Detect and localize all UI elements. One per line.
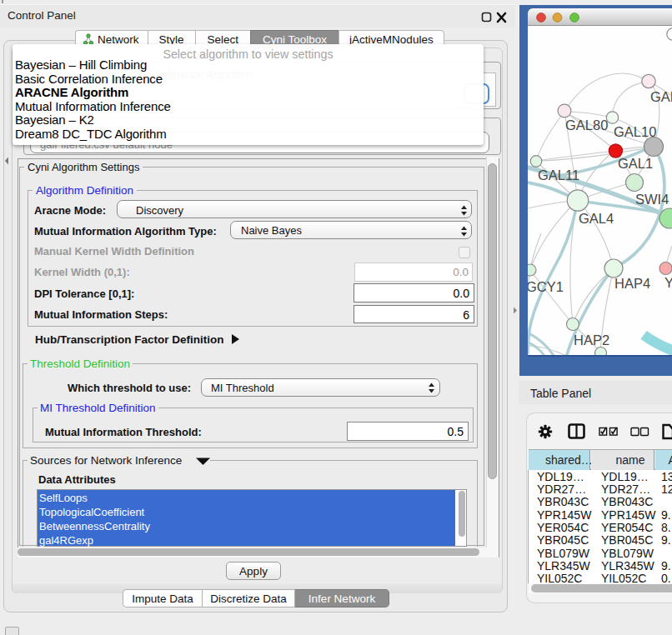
svg-text:GAL11: GAL11 bbox=[538, 168, 579, 182]
svg-text:GAL4: GAL4 bbox=[579, 211, 614, 226]
svg-text:GAL10: GAL10 bbox=[614, 124, 656, 139]
svg-text:GAL: GAL bbox=[650, 89, 672, 104]
svg-text:GCY1: GCY1 bbox=[528, 279, 564, 294]
svg-text:GAL1: GAL1 bbox=[618, 156, 653, 171]
svg-text:HAP2: HAP2 bbox=[574, 332, 609, 348]
svg-text:Y: Y bbox=[664, 275, 672, 290]
svg-text:SWI4: SWI4 bbox=[635, 192, 669, 207]
svg-text:HAP4: HAP4 bbox=[614, 276, 650, 291]
svg-text:GAL80: GAL80 bbox=[565, 118, 608, 132]
